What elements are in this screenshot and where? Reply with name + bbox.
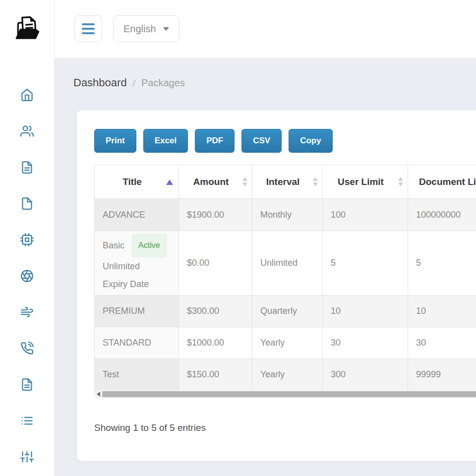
cell-user-limit: 5 [323,231,408,296]
sidebar-item-system[interactable] [20,233,34,246]
sidebar-item-users[interactable] [20,124,34,138]
cpu-icon [20,233,34,246]
csv-button[interactable]: CSV [241,129,282,153]
main-content: Dashboard / Packages Print Excel PDF CSV… [55,59,476,476]
cell-amount: $1000.00 [179,327,252,359]
aperture-icon [20,269,34,283]
users-icon [20,124,34,138]
packages-table: Title Amount Interval User Limit [94,165,476,391]
sliders-icon [20,450,34,464]
cell-document-limit: 10 [408,296,476,327]
breadcrumb-packages: Packages [141,77,185,89]
table-info: Showing 1 to 5 of 5 entries [94,422,206,433]
arrow-left-icon [97,392,100,397]
export-toolbar: Print Excel PDF CSV Copy [94,129,333,153]
cell-user-limit: 10 [323,296,408,327]
sidebar-item-wind[interactable] [20,305,34,319]
cell-user-limit: 300 [323,359,408,391]
phone-call-icon [20,342,34,355]
column-header-user-limit[interactable]: User Limit [323,165,408,199]
sidebar-item-files[interactable] [20,197,34,210]
table-row: Test $150.00 Yearly 300 99999 [95,359,476,391]
sidebar-item-home[interactable] [20,88,34,102]
cell-title: Test [95,359,179,391]
cell-interval: Monthly [252,199,323,231]
sidebar [0,0,55,476]
cell-amount: $0.00 [179,231,252,296]
cell-user-limit: 30 [323,327,408,359]
topbar: English [55,0,476,59]
column-header-amount[interactable]: Amount [179,165,252,199]
sidebar-item-contact[interactable] [20,342,34,355]
breadcrumb: Dashboard / Packages [73,76,185,89]
table-horizontal-scrollbar[interactable] [94,390,476,398]
file-text-icon [20,161,34,174]
sort-icon [313,177,318,186]
column-header-interval[interactable]: Interval [252,165,323,199]
packages-card: Print Excel PDF CSV Copy Title [77,110,476,461]
breadcrumb-dashboard[interactable]: Dashboard [73,76,127,89]
table-row: ADVANCE $1900.00 Monthly 100 100000000 [95,199,476,231]
cell-title: PREMIUM [95,296,179,327]
sidebar-item-documents[interactable] [20,161,34,174]
column-header-title[interactable]: Title [95,165,179,199]
hamburger-icon [82,23,95,25]
pdf-button[interactable]: PDF [195,129,235,153]
sidebar-nav [0,59,54,464]
list-icon [20,414,34,427]
sort-icon [242,177,247,186]
sort-ascending-icon [166,179,173,185]
file-icon [20,197,34,210]
language-value: English [123,23,156,35]
table-row: BasicActive Unlimited Expiry Date $0.00 … [95,231,476,296]
language-dropdown[interactable]: English [113,15,179,42]
cell-interval: Unlimited [252,231,323,296]
open-folder-document-icon [12,14,42,44]
scroll-left-button[interactable] [94,390,102,398]
cell-title: STANDARD [95,327,179,359]
sidebar-item-media[interactable] [20,269,34,283]
wind-icon [20,305,34,319]
chevron-down-icon [163,27,169,31]
column-header-document-limit[interactable]: Document Limit [408,165,476,199]
cell-document-limit: 30 [408,327,476,359]
file-text-icon [20,378,34,391]
sort-icon [398,177,403,186]
sidebar-item-list[interactable] [20,414,34,427]
breadcrumb-separator: / [133,78,135,89]
excel-button[interactable]: Excel [143,129,188,153]
cell-user-limit: 100 [323,199,408,231]
cell-amount: $1900.00 [179,199,252,231]
copy-button[interactable]: Copy [289,129,333,153]
home-icon [20,88,34,102]
cell-amount: $300.00 [179,296,252,327]
cell-amount: $150.00 [179,359,252,391]
print-button[interactable]: Print [94,129,136,153]
sidebar-item-reports[interactable] [20,378,34,391]
cell-interval: Yearly [252,327,323,359]
app-logo[interactable] [0,0,54,59]
status-badge: Active [131,234,167,257]
table-row: STANDARD $1000.00 Yearly 30 30 [95,327,476,359]
cell-title: BasicActive Unlimited Expiry Date [95,231,179,296]
scrollbar-thumb[interactable] [102,391,476,397]
cell-interval: Quarterly [252,296,323,327]
table-row: PREMIUM $300.00 Quarterly 10 10 [95,296,476,327]
sidebar-item-settings[interactable] [20,450,34,464]
sidebar-toggle-button[interactable] [74,15,102,42]
cell-document-limit: 5 [408,231,476,296]
cell-title: ADVANCE [95,199,179,231]
cell-document-limit: 99999 [408,359,476,391]
cell-interval: Yearly [252,359,323,391]
cell-document-limit: 100000000 [408,199,476,231]
